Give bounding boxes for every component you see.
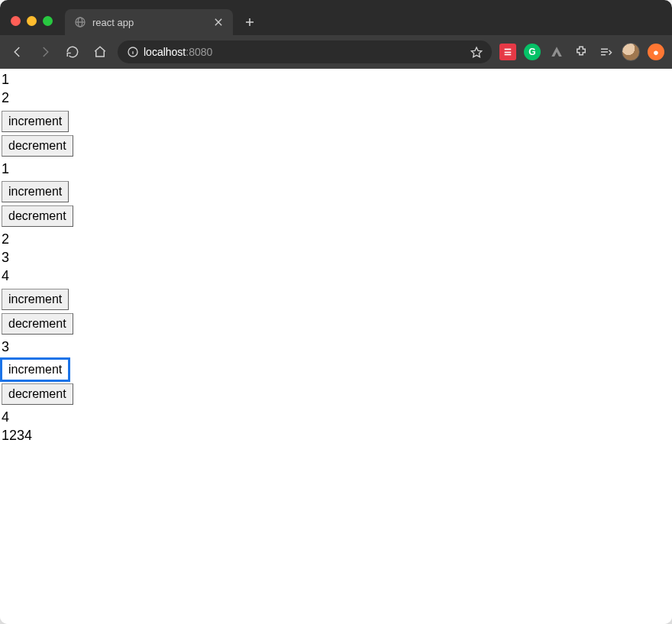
bookmark-star-icon[interactable]	[470, 46, 483, 58]
extension-icons: ☰ G ●	[499, 43, 664, 61]
counter-value: 2	[0, 230, 672, 248]
titlebar: react app	[0, 0, 672, 35]
window-maximize-button[interactable]	[43, 16, 53, 26]
decrement-button[interactable]: decrement	[2, 205, 73, 227]
svg-marker-10	[471, 47, 481, 57]
window-controls	[11, 16, 53, 26]
browser-tab[interactable]: react app	[65, 9, 233, 35]
extension-icon-3[interactable]	[548, 44, 565, 60]
counter-value: 1234	[0, 426, 672, 445]
counter-value: 1	[0, 160, 672, 178]
url-port: :8080	[186, 46, 212, 58]
extension-icon-4[interactable]: ●	[648, 44, 664, 60]
browser-window: react app	[0, 0, 672, 624]
decrement-button[interactable]: decrement	[2, 135, 73, 157]
url-host: localhost	[144, 46, 186, 58]
url-text: localhost:8080	[144, 46, 212, 58]
back-button[interactable]	[8, 42, 27, 62]
extension-icon-2[interactable]: G	[524, 44, 541, 60]
address-bar[interactable]: localhost:8080	[118, 40, 492, 63]
increment-button[interactable]: increment	[2, 359, 69, 380]
profile-avatar[interactable]	[622, 43, 640, 61]
media-control-button[interactable]	[597, 44, 614, 60]
close-tab-button[interactable]	[213, 17, 224, 27]
window-close-button[interactable]	[11, 16, 21, 26]
increment-button[interactable]: increment	[2, 181, 69, 202]
increment-button[interactable]: increment	[2, 289, 69, 310]
globe-icon	[74, 16, 86, 28]
reload-button[interactable]	[63, 42, 82, 62]
new-tab-button[interactable]	[239, 11, 260, 33]
counter-value: 4	[0, 267, 672, 285]
page-content: 12incrementdecrement1incrementdecrement2…	[0, 69, 672, 624]
tab-title: react app	[92, 17, 207, 28]
increment-button[interactable]: increment	[2, 111, 69, 132]
counter-value: 2	[0, 89, 672, 107]
decrement-button[interactable]: decrement	[2, 383, 73, 405]
window-minimize-button[interactable]	[27, 16, 37, 26]
toolbar: localhost:8080 ☰ G ●	[0, 35, 672, 69]
extensions-button[interactable]	[573, 44, 590, 60]
counter-value: 1	[0, 70, 672, 89]
decrement-button[interactable]: decrement	[2, 313, 73, 335]
extension-icon-1[interactable]: ☰	[499, 44, 516, 60]
counter-value: 4	[0, 408, 672, 426]
home-button[interactable]	[90, 42, 110, 62]
forward-button[interactable]	[35, 42, 55, 62]
counter-value: 3	[0, 248, 672, 267]
site-info-icon[interactable]	[127, 46, 139, 58]
counter-value: 3	[0, 338, 672, 356]
